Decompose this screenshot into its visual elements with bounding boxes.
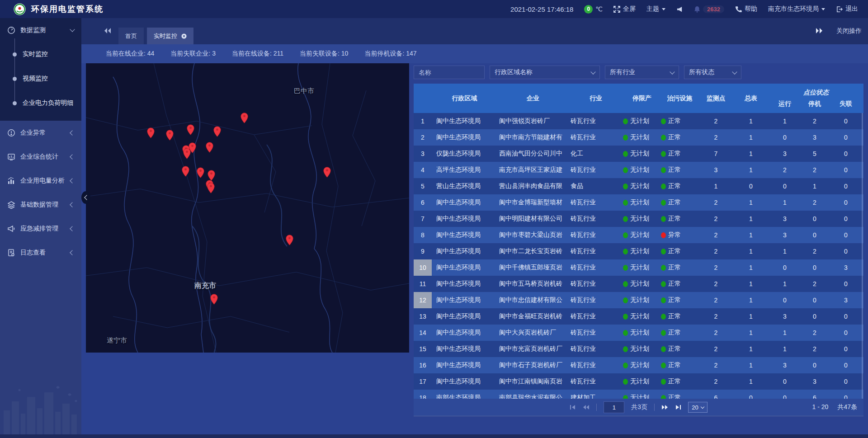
close-operations-button[interactable]: 关闭操作 (836, 27, 862, 35)
tab-close-icon[interactable] (181, 33, 187, 39)
cell-offline: 0 (828, 113, 863, 129)
column-header: 企业 (497, 84, 569, 113)
cell-company: 西南油气田分公司川中 (497, 146, 569, 162)
stat-label: 当前失联设备: (300, 50, 341, 57)
status-dot-icon (661, 200, 666, 206)
map-pin[interactable] (206, 142, 213, 153)
map-pin[interactable] (182, 166, 189, 177)
table-row[interactable]: 4高坪生态环境局南充市高坪区王家店建砖瓦行业无计划正常31220 (414, 162, 863, 178)
cell-company: 阆中市枣碧大梁山页岩 (497, 227, 569, 243)
stat-item: 当前停机设备: 147 (364, 50, 416, 58)
sidebar-subitem-0-0[interactable]: 实时监控 (0, 42, 81, 66)
table-row[interactable]: 9阆中生态环境局阆中市二龙长宝页岩砖砖瓦行业无计划正常21120 (414, 243, 863, 259)
sidebar-item-2[interactable]: 企业综合统计 (0, 145, 81, 169)
first-page-button[interactable] (570, 404, 576, 410)
map-panel[interactable]: 巴中市南充市遂宁市 (86, 63, 409, 353)
log-icon (7, 249, 15, 257)
tab-1[interactable]: 实时监控 (147, 28, 193, 44)
table-row[interactable]: 10阆中生态环境局阆中千佛镇五郎垭页岩砖瓦行业无计划正常21003 (414, 259, 863, 276)
sidebar-subitem-0-1[interactable]: 视频监控 (0, 66, 81, 91)
cell-running: 3 (769, 211, 801, 227)
cell-stop-plan: 无计划 (623, 194, 661, 211)
sidebar-item-5[interactable]: 应急减排管理 (0, 217, 81, 240)
cell-company: 阆中市金博瑞新型墙材 (497, 194, 569, 211)
sidebar-item-3[interactable]: 企业用电量分析 (0, 169, 81, 193)
table-row[interactable]: 15阆中生态环境局阆中市光富页岩机砖厂砖瓦行业无计划正常21120 (414, 341, 863, 357)
table-row[interactable]: 6阆中生态环境局阆中市金博瑞新型墙材砖瓦行业无计划正常21120 (414, 194, 863, 211)
sidebar-item-1[interactable]: 企业异常 (0, 121, 81, 145)
cell-total-meters: 1 (733, 292, 769, 308)
region-filter-select[interactable]: 行政区域名称 (490, 66, 600, 79)
cell-row-number: 12 (414, 292, 432, 308)
collapse-sidebar-button[interactable] (81, 191, 90, 204)
table-row[interactable]: 18南部生态环境局南部县瑞华水泥有限公建材加工无计划正常60060 (414, 390, 863, 399)
sidebar-item-0[interactable]: 数据监测 (0, 18, 81, 42)
org-menu[interactable]: 南充市生态环境局 (768, 5, 825, 13)
cell-row-number: 9 (414, 243, 432, 259)
table-row[interactable]: 1阆中生态环境局阆中强锐页岩砖厂砖瓦行业无计划正常21120 (414, 113, 863, 129)
map-pin[interactable] (183, 148, 191, 159)
tabs-scroll-right-button[interactable] (816, 28, 823, 35)
table-row[interactable]: 14阆中生态环境局阆中大兴页岩机砖厂砖瓦行业无计划正常21120 (414, 325, 863, 341)
cell-stopped: 2 (801, 341, 828, 357)
notifications-button[interactable]: 2632 (694, 5, 724, 13)
sidebar-subitem-0-2[interactable]: 企业电力负荷明细 (0, 91, 81, 115)
map-pin[interactable] (241, 113, 248, 123)
tabs-list: 首页实时监控 (118, 28, 193, 44)
help-button[interactable]: 帮助 (735, 5, 757, 13)
cell-running: 1 (769, 194, 801, 211)
tab-0[interactable]: 首页 (118, 28, 144, 44)
page-number-input[interactable] (604, 401, 624, 413)
sidebar-item-4[interactable]: 基础数据管理 (0, 193, 81, 217)
cell-monitor-points: 2 (698, 243, 733, 259)
industry-filter-select[interactable]: 所有行业 (605, 66, 679, 79)
cell-facility-status: 正常 (661, 178, 698, 194)
table-row[interactable]: 8阆中生态环境局阆中市枣碧大梁山页岩砖瓦行业无计划异常21300 (414, 227, 863, 243)
mute-button[interactable] (676, 6, 683, 13)
theme-menu[interactable]: 主题 (646, 5, 665, 13)
previous-page-button[interactable] (583, 404, 590, 410)
table-row[interactable]: 2阆中生态环境局阆中市南方节能建材有砖瓦行业无计划正常21030 (414, 129, 863, 146)
last-page-button[interactable] (675, 404, 681, 410)
map-pin[interactable] (323, 167, 331, 178)
table-row[interactable]: 17阆中生态环境局阆中市江南镇阆南页岩砖瓦行业无计划正常21030 (414, 373, 863, 390)
tabs-scroll-left-button[interactable] (104, 28, 111, 36)
column-header: 失联 (828, 100, 863, 108)
cell-offline: 0 (828, 276, 863, 292)
sidebar-item-6[interactable]: 日志查看 (0, 240, 81, 264)
fullscreen-button[interactable]: 全屏 (613, 5, 636, 13)
cell-offline: 0 (828, 308, 863, 325)
phone-icon (735, 6, 742, 13)
map-pin[interactable] (208, 170, 215, 181)
table-row[interactable]: 7阆中生态环境局阆中明阳建材有限公司砖瓦行业无计划正常21300 (414, 211, 863, 227)
status-filter-select[interactable]: 所有状态 (684, 66, 741, 79)
cell-monitor-points: 2 (698, 259, 733, 276)
divider (596, 404, 597, 411)
cell-region: 阆中生态环境局 (432, 243, 497, 259)
table-row[interactable]: 5营山生态环境局营山县润丰肉食品有限食品无计划正常10010 (414, 178, 863, 194)
map-pin[interactable] (197, 167, 204, 178)
cell-company: 阆中市光富页岩机砖厂 (497, 341, 569, 357)
map-pin[interactable] (187, 124, 194, 135)
map-pin[interactable] (210, 294, 218, 305)
table-row[interactable]: 11阆中生态环境局阆中市五马桥页岩机砖砖瓦行业无计划正常21120 (414, 276, 863, 292)
cell-region: 阆中生态环境局 (432, 276, 497, 292)
next-page-button[interactable] (661, 404, 668, 410)
cell-total-meters: 1 (733, 357, 769, 373)
cell-stopped: 2 (801, 113, 828, 129)
page-size-select[interactable]: 20 (688, 402, 707, 413)
cell-row-number: 13 (414, 308, 432, 325)
map-pin[interactable] (213, 126, 221, 137)
table-row[interactable]: 3仪陇生态环境局西南油气田分公司川中化工无计划正常71350 (414, 146, 863, 162)
map-pin[interactable] (286, 235, 293, 245)
logout-button[interactable]: 退出 (836, 5, 858, 13)
map-pin[interactable] (147, 127, 155, 138)
name-filter-input[interactable] (414, 66, 485, 79)
map-pin[interactable] (207, 183, 215, 193)
table-row[interactable]: 12阆中生态环境局阆中市忠信建材有限公砖瓦行业无计划正常21003 (414, 292, 863, 308)
cell-row-number: 11 (414, 276, 432, 292)
map-pin[interactable] (166, 130, 174, 141)
cell-facility-status: 正常 (661, 211, 698, 227)
table-row[interactable]: 16阆中生态环境局阆中市石子页岩机砖厂砖瓦行业无计划正常21300 (414, 357, 863, 373)
table-row[interactable]: 13阆中生态环境局阆中市金福旺页岩机砖砖瓦行业无计划正常21300 (414, 308, 863, 325)
